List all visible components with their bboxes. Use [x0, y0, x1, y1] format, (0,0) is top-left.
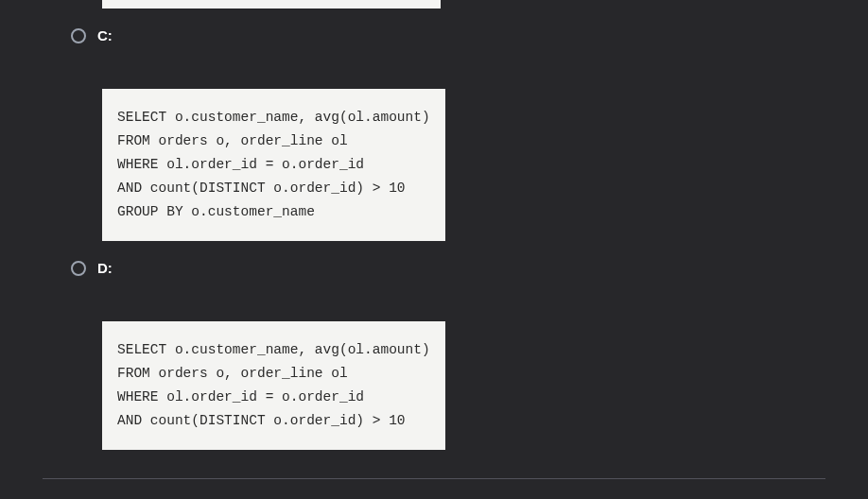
- previous-option-codeblock-edge: [102, 0, 441, 9]
- radio-unchecked-icon[interactable]: [71, 28, 86, 43]
- option-c-header[interactable]: C:: [71, 27, 830, 43]
- options-column: C: SELECT o.customer_name, avg(ol.amount…: [0, 0, 868, 450]
- option-d-code: SELECT o.customer_name, avg(ol.amount) F…: [102, 321, 445, 450]
- option-c: C: SELECT o.customer_name, avg(ol.amount…: [71, 27, 830, 241]
- quiz-page: C: SELECT o.customer_name, avg(ol.amount…: [0, 0, 868, 499]
- option-c-code: SELECT o.customer_name, avg(ol.amount) F…: [102, 89, 445, 241]
- option-c-label: C:: [97, 27, 113, 43]
- radio-unchecked-icon[interactable]: [71, 261, 86, 276]
- option-d-label: D:: [97, 260, 113, 276]
- option-d-header[interactable]: D:: [71, 260, 830, 276]
- section-divider: [43, 478, 825, 479]
- option-d: D: SELECT o.customer_name, avg(ol.amount…: [71, 260, 830, 450]
